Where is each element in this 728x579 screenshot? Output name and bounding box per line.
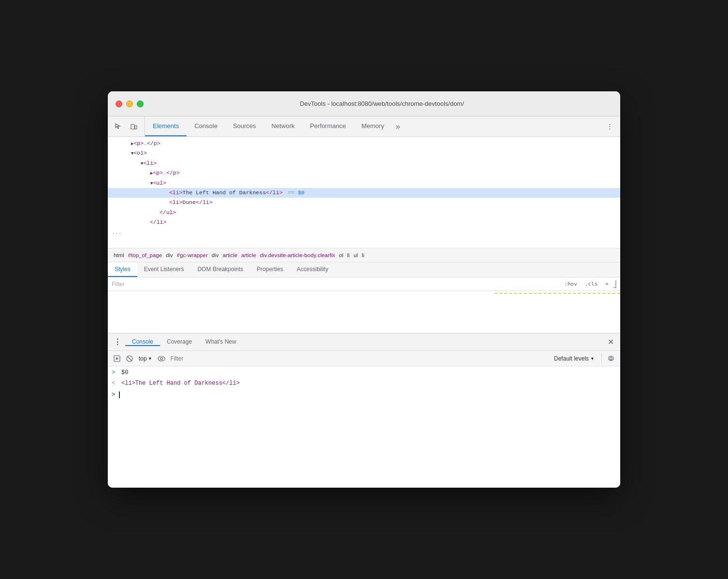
breadcrumb-top-of-page[interactable]: #top_of_page [126, 251, 164, 259]
breadcrumb-gc-wrapper[interactable]: #gc-wrapper [175, 251, 210, 259]
styles-panel-tabs: Styles Event Listeners DOM Breakpoints P… [108, 262, 620, 277]
input-indicator: > [112, 369, 119, 376]
styles-filter-bar: Filter :hov .cls + [108, 277, 620, 291]
svg-rect-1 [135, 126, 137, 129]
console-drawer: ⋮ Console Coverage What's New ✕ [108, 333, 620, 488]
console-output-text: <li>The Left Hand of Darkness</li> [121, 380, 240, 387]
console-settings-button[interactable] [606, 353, 616, 364]
styles-content [108, 291, 620, 333]
eye-icon-button[interactable] [156, 353, 167, 364]
inspect-element-button[interactable] [112, 120, 125, 133]
close-button[interactable] [116, 101, 122, 107]
breadcrumb-li2[interactable]: li [360, 251, 366, 259]
tab-dom-breakpoints[interactable]: DOM Breakpoints [190, 262, 250, 277]
dom-node-li-dune[interactable]: <li>Dune</li> [108, 198, 620, 207]
breadcrumb-article2[interactable]: article [239, 251, 258, 259]
breadcrumb-li1[interactable]: li [345, 251, 351, 259]
breadcrumb-div1[interactable]: div [164, 251, 175, 259]
customize-devtools-button[interactable]: ⋮ [603, 120, 616, 133]
svg-point-7 [160, 357, 162, 360]
dom-node-ol[interactable]: <ol> [108, 148, 620, 158]
divider [601, 354, 602, 363]
tab-sources[interactable]: Sources [225, 116, 264, 136]
more-tabs-button[interactable]: » [392, 116, 404, 136]
drawer-tab-console[interactable]: Console [125, 338, 160, 346]
traffic-lights [116, 101, 144, 107]
filter-buttons: :hov .cls + [561, 279, 612, 289]
dom-node-ul[interactable]: <ul> [108, 178, 620, 188]
svg-point-6 [158, 356, 165, 361]
minimize-button[interactable] [126, 101, 133, 107]
tab-performance[interactable]: Performance [302, 116, 353, 136]
console-line-output: < <li>The Left Hand of Darkness</li> [108, 379, 620, 390]
drawer-close-button[interactable]: ✕ [605, 336, 616, 348]
dom-node-li[interactable]: <li> [108, 159, 620, 168]
devtools-window: DevTools - localhost:8080/web/tools/chro… [108, 91, 620, 488]
devtools-toolbar: Elements Console Sources Network Perform… [108, 116, 620, 137]
svg-line-5 [128, 357, 131, 361]
tab-properties[interactable]: Properties [250, 262, 290, 277]
tab-styles[interactable]: Styles [108, 262, 137, 277]
drawer-tab-whats-new[interactable]: What's New [199, 338, 243, 346]
device-toolbar-button[interactable] [127, 120, 141, 133]
add-style-button[interactable]: + [602, 279, 612, 289]
maximize-button[interactable] [137, 101, 144, 107]
tab-elements[interactable]: Elements [145, 116, 187, 136]
breadcrumb: html #top_of_page div #gc-wrapper div ar… [108, 248, 620, 262]
drawer-toolbar: ⋮ Console Coverage What's New ✕ [108, 333, 620, 351]
dom-node-p2[interactable]: <p>…</p> [108, 168, 620, 178]
tab-console[interactable]: Console [187, 116, 225, 136]
console-content[interactable]: > $0 < <li>The Left Hand of Darkness</li… [108, 366, 620, 488]
cls-button[interactable]: .cls [582, 279, 601, 289]
toolbar-icons [108, 116, 145, 136]
console-prompt[interactable]: > [108, 390, 620, 400]
dom-node-ul-close[interactable]: </ul> [108, 208, 620, 217]
title-bar: DevTools - localhost:8080/web/tools/chro… [108, 91, 620, 116]
console-toolbar: top ▼ Default levels ▼ [108, 351, 620, 366]
window-title: DevTools - localhost:8080/web/tools/chro… [151, 100, 612, 107]
tab-event-listeners[interactable]: Event Listeners [137, 262, 191, 277]
breadcrumb-html[interactable]: html [112, 251, 126, 259]
svg-rect-0 [131, 124, 134, 129]
filter-placeholder: Filter [112, 281, 125, 288]
svg-marker-3 [116, 357, 118, 360]
dom-node-li-close[interactable]: </li> [108, 217, 620, 227]
drawer-more-button[interactable]: ⋮ [112, 336, 123, 348]
drawer-tabs: Console Coverage What's New [125, 338, 605, 346]
elements-panel: <p>…</p> <ol> <li> <p>…</p> <ul> <li>The… [108, 137, 620, 333]
resize-handle[interactable] [613, 280, 616, 288]
console-caret: > [112, 391, 115, 398]
output-indicator: < [112, 380, 119, 387]
tab-memory[interactable]: Memory [354, 116, 392, 136]
dom-ellipsis: ... [108, 228, 620, 237]
context-selector[interactable]: top ▼ [137, 354, 154, 363]
drawer-tab-coverage[interactable]: Coverage [160, 338, 199, 346]
hov-button[interactable]: :hov [561, 279, 580, 289]
tab-accessibility[interactable]: Accessibility [290, 262, 335, 277]
breadcrumb-div2[interactable]: div [210, 251, 221, 259]
filter-input-wrap[interactable]: Filter [112, 281, 561, 288]
svg-point-8 [610, 357, 612, 360]
dom-tree[interactable]: <p>…</p> <ol> <li> <p>…</p> <ul> <li>The… [108, 137, 620, 248]
breadcrumb-div-class[interactable]: div.devsite-article-body.clearfix [258, 251, 337, 259]
dom-node-li-darkness[interactable]: <li>The Left Hand of Darkness</li> == $0 [108, 188, 620, 198]
dom-node-p[interactable]: <p>…</p> [108, 139, 620, 148]
console-input-text: $0 [121, 369, 128, 376]
execute-script-button[interactable] [112, 353, 122, 364]
breadcrumb-ul[interactable]: ul [351, 251, 360, 259]
cursor [119, 391, 120, 398]
log-levels-button[interactable]: Default levels ▼ [551, 354, 597, 363]
dashed-preview-border [495, 293, 620, 294]
clear-console-button[interactable] [124, 353, 135, 364]
console-line-input: > $0 [108, 368, 620, 379]
console-filter-input[interactable] [171, 355, 549, 362]
breadcrumb-ol[interactable]: ol [337, 251, 345, 259]
main-tabs: Elements Console Sources Network Perform… [145, 116, 599, 136]
tab-network[interactable]: Network [264, 116, 303, 136]
breadcrumb-article1[interactable]: article [220, 251, 239, 259]
toolbar-end: ⋮ [599, 116, 620, 136]
